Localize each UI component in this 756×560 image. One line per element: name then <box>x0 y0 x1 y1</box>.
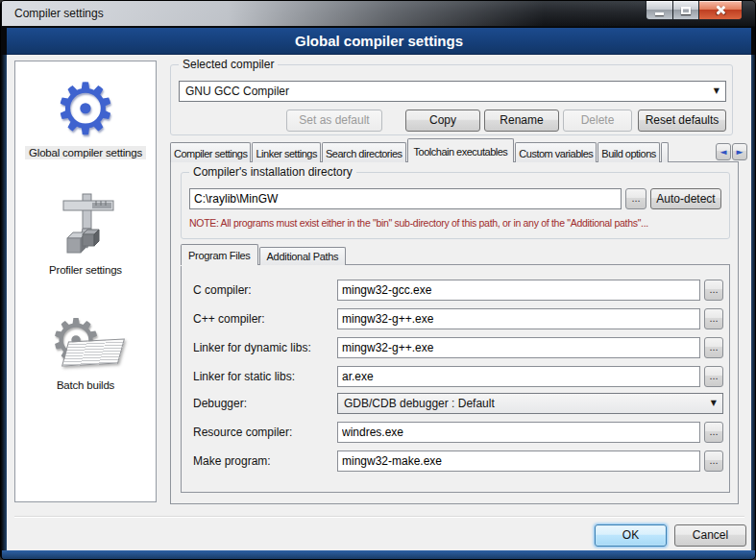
program-files-panel: C compiler: ... C++ compiler: ... Linker… <box>181 264 730 493</box>
toolchain-executables-panel: Compiler's installation directory ... Au… <box>170 161 739 504</box>
installation-directory-group-label: Compiler's installation directory <box>189 165 356 179</box>
cpp-compiler-browse-button[interactable]: ... <box>704 308 723 329</box>
sidebar-item-batch-builds[interactable]: ⚙ Batch builds <box>15 304 156 392</box>
resource-compiler-input[interactable] <box>337 422 700 443</box>
subtab-program-files[interactable]: Program Files <box>181 244 258 265</box>
subtab-additional-paths[interactable]: Additional Paths <box>259 247 347 265</box>
minimize-icon <box>655 12 664 15</box>
installation-directory-input[interactable] <box>189 188 622 209</box>
selected-compiler-group: Selected compiler GNU GCC Compiler ▼ Set… <box>170 64 733 135</box>
field-row: Resource compiler: ... <box>182 422 729 445</box>
cancel-button[interactable]: Cancel <box>674 524 746 547</box>
maximize-button[interactable] <box>673 1 699 20</box>
rename-button[interactable]: Rename <box>484 110 559 132</box>
compiler-select-value: GNU GCC Compiler <box>185 85 289 98</box>
field-row: C compiler: ... <box>182 280 729 303</box>
settings-tabbar: Compiler settings Linker settings Search… <box>170 138 670 162</box>
maximize-icon <box>681 7 691 14</box>
field-row: Linker for dynamic libs: ... <box>182 337 729 360</box>
dynamic-linker-browse-button[interactable]: ... <box>704 337 723 358</box>
dynamic-linker-label: Linker for dynamic libs: <box>193 341 311 354</box>
tab-compiler-settings[interactable]: Compiler settings <box>170 142 251 162</box>
tab-linker-settings[interactable]: Linker settings <box>252 142 320 162</box>
tab-toolchain-executables[interactable]: Toolchain executables <box>407 138 515 162</box>
debugger-select-value: GDB/CDB debugger : Default <box>344 397 495 410</box>
tab-custom-variables[interactable]: Custom variables <box>515 142 597 162</box>
window-frame-right <box>751 55 756 551</box>
set-as-default-button[interactable]: Set as default <box>286 110 382 132</box>
reset-defaults-button[interactable]: Reset defaults <box>638 110 726 132</box>
toolchain-subtabbar: Program Files Additional Paths <box>181 244 347 265</box>
sidebar-item-label: Profiler settings <box>45 263 126 277</box>
field-row: C++ compiler: ... <box>182 308 729 331</box>
batch-gear-icon: ⚙ <box>15 304 156 378</box>
tab-scroll-right-icon[interactable]: ► <box>732 143 747 160</box>
cpp-compiler-input[interactable] <box>337 308 700 329</box>
window-title: Compiler settings <box>14 7 104 20</box>
footer-divider <box>14 516 744 518</box>
sidebar-item-label: Batch builds <box>53 378 118 392</box>
tab-scroll-buttons: ◄ ► <box>715 143 747 160</box>
tab-build-options[interactable]: Build options <box>597 142 660 162</box>
sidebar-item-profiler-settings[interactable]: Profiler settings <box>15 188 156 277</box>
c-compiler-browse-button[interactable]: ... <box>704 280 723 301</box>
batch-stack-icon <box>61 339 125 367</box>
compiler-select[interactable]: GNU GCC Compiler ▼ <box>179 81 726 102</box>
selected-compiler-group-label: Selected compiler <box>179 58 278 71</box>
dialog-body: ⚙ Global compiler settings <box>7 55 751 550</box>
window-frame-bottom <box>2 550 755 560</box>
field-row: Linker for static libs: ... <box>182 366 729 389</box>
resource-compiler-label: Resource compiler: <box>193 426 292 439</box>
resource-compiler-browse-button[interactable]: ... <box>704 422 723 443</box>
browse-directory-button[interactable]: ... <box>625 188 646 209</box>
debugger-label: Debugger: <box>193 397 247 410</box>
tab-clipped[interactable] <box>661 142 669 162</box>
caption-buttons <box>646 1 743 20</box>
cpp-compiler-label: C++ compiler: <box>193 312 265 326</box>
compiler-settings-dialog: Compiler settings Global compiler settin… <box>0 0 756 560</box>
make-program-browse-button[interactable]: ... <box>704 450 723 472</box>
c-compiler-label: C compiler: <box>193 283 252 297</box>
installation-directory-group: Compiler's installation directory ... Au… <box>181 172 730 239</box>
tab-scroll-left-icon[interactable]: ◄ <box>716 143 731 160</box>
static-linker-browse-button[interactable]: ... <box>704 366 723 387</box>
field-row: Debugger: GDB/CDB debugger : Default ▼ <box>182 393 729 416</box>
tab-search-directories[interactable]: Search directories <box>322 142 406 162</box>
titlebar[interactable]: Compiler settings <box>2 1 755 27</box>
static-linker-input[interactable] <box>337 366 700 387</box>
delete-button[interactable]: Delete <box>563 110 632 132</box>
close-icon <box>716 5 726 15</box>
static-linker-label: Linker for static libs: <box>193 370 295 383</box>
field-row: Make program: ... <box>182 450 729 474</box>
ok-button[interactable]: OK <box>595 524 667 547</box>
c-compiler-input[interactable] <box>337 280 700 301</box>
dynamic-linker-input[interactable] <box>337 337 700 358</box>
auto-detect-button[interactable]: Auto-detect <box>650 188 721 209</box>
page-title: Global compiler settings <box>7 28 751 55</box>
sidebar-item-global-compiler-settings[interactable]: ⚙ Global compiler settings <box>15 61 156 159</box>
chevron-down-icon: ▼ <box>714 82 719 101</box>
settings-category-list: ⚙ Global compiler settings <box>14 61 157 502</box>
make-program-input[interactable] <box>337 450 700 472</box>
minimize-button[interactable] <box>646 1 673 20</box>
caliper-icon <box>15 188 156 263</box>
blue-gear-icon: ⚙ <box>15 71 156 146</box>
copy-button[interactable]: Copy <box>405 110 480 132</box>
chevron-down-icon: ▼ <box>711 394 717 413</box>
debugger-select[interactable]: GDB/CDB debugger : Default ▼ <box>337 393 723 414</box>
install-path-note: NOTE: All programs must exist either in … <box>189 217 723 229</box>
make-program-label: Make program: <box>193 454 271 468</box>
close-button[interactable] <box>699 1 743 20</box>
